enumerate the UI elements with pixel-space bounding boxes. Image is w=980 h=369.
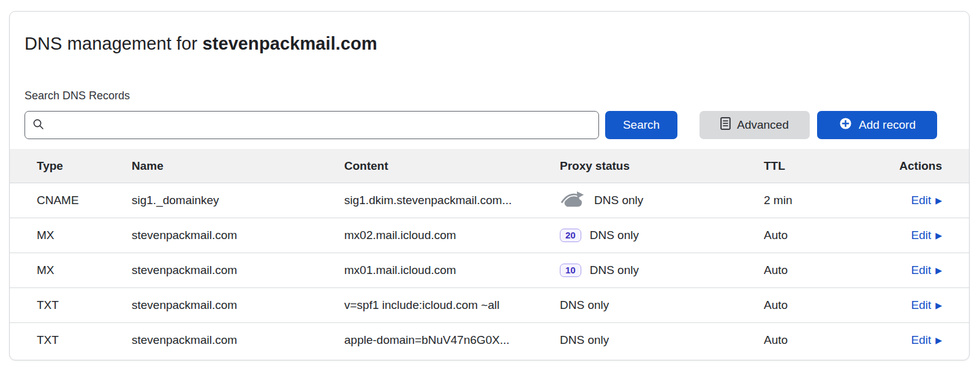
edit-link-label: Edit xyxy=(911,299,931,312)
cell-ttl: 2 min xyxy=(764,194,862,207)
mx-priority-badge: 20 xyxy=(560,229,581,242)
table-row-mx-02: MX stevenpackmail.com mx02.mail.icloud.c… xyxy=(10,218,969,253)
edit-link[interactable]: Edit▶ xyxy=(911,194,942,207)
column-header-proxy-status: Proxy status xyxy=(560,159,764,173)
edit-arrow-icon: ▶ xyxy=(935,336,942,344)
search-button-label: Search xyxy=(623,118,660,132)
search-button[interactable]: Search xyxy=(605,111,677,139)
cell-name: stevenpackmail.com xyxy=(132,264,344,277)
proxy-status-text: DNS only xyxy=(590,264,639,277)
table-header-row: Type Name Content Proxy status TTL Actio… xyxy=(10,149,969,183)
table-row-txt-spf: TXT stevenpackmail.com v=spf1 include:ic… xyxy=(10,287,969,322)
edit-arrow-icon: ▶ xyxy=(935,231,942,240)
proxy-status-text: DNS only xyxy=(560,299,609,312)
dns-only-cloud-icon xyxy=(560,190,586,211)
proxy-status-text: DNS only xyxy=(590,229,639,242)
edit-link[interactable]: Edit▶ xyxy=(911,299,942,312)
edit-link-label: Edit xyxy=(911,264,931,277)
cell-type: TXT xyxy=(37,333,132,347)
edit-arrow-icon: ▶ xyxy=(935,301,942,310)
cell-proxy-status: 10 DNS only xyxy=(560,264,764,277)
proxy-status-text: DNS only xyxy=(560,333,609,347)
proxy-status-text: DNS only xyxy=(594,194,643,207)
edit-link-label: Edit xyxy=(911,229,931,242)
column-header-content: Content xyxy=(344,159,560,173)
mx-priority-badge: 10 xyxy=(560,264,581,277)
advanced-button[interactable]: Advanced xyxy=(699,111,810,139)
cell-proxy-status: DNS only xyxy=(560,190,764,211)
card-header-area: DNS management for stevenpackmail.com Se… xyxy=(10,12,969,139)
search-icon xyxy=(32,118,44,132)
cell-proxy-status: DNS only xyxy=(560,299,764,312)
dns-records-table: Type Name Content Proxy status TTL Actio… xyxy=(10,149,969,357)
edit-link[interactable]: Edit▶ xyxy=(911,333,942,347)
search-box[interactable] xyxy=(24,111,599,139)
cell-content: mx02.mail.icloud.com xyxy=(344,229,560,242)
list-document-icon xyxy=(720,117,731,133)
table-row-mx-01: MX stevenpackmail.com mx01.mail.icloud.c… xyxy=(10,253,969,287)
column-header-type: Type xyxy=(37,159,132,173)
cell-ttl: Auto xyxy=(764,299,862,312)
advanced-button-label: Advanced xyxy=(737,118,789,132)
edit-arrow-icon: ▶ xyxy=(935,196,942,205)
cell-content: apple-domain=bNuV47n6G0X... xyxy=(344,333,560,347)
search-controls-row: Search Advanced xyxy=(24,111,937,139)
table-row-txt-apple-domain: TXT stevenpackmail.com apple-domain=bNuV… xyxy=(10,322,969,357)
cell-ttl: Auto xyxy=(764,229,862,242)
page-title: DNS management for stevenpackmail.com xyxy=(24,34,937,53)
cell-type: TXT xyxy=(37,299,132,312)
search-input[interactable] xyxy=(49,112,591,139)
column-header-ttl: TTL xyxy=(764,159,862,173)
cell-content: v=spf1 include:icloud.com ~all xyxy=(344,299,560,312)
cell-content: sig1.dkim.stevenpackmail.com... xyxy=(344,194,560,207)
add-record-button-label: Add record xyxy=(859,118,916,132)
add-record-button[interactable]: Add record xyxy=(817,111,937,139)
cell-type: CNAME xyxy=(37,194,132,207)
column-header-name: Name xyxy=(132,159,344,173)
cell-name: stevenpackmail.com xyxy=(132,299,344,312)
domain-name: stevenpackmail.com xyxy=(202,34,377,53)
edit-link[interactable]: Edit▶ xyxy=(911,229,942,242)
cell-type: MX xyxy=(37,264,132,277)
table-row-cname-sig1: CNAME sig1._domainkey sig1.dkim.stevenpa… xyxy=(10,183,969,218)
page-title-prefix: DNS management for xyxy=(24,34,202,53)
cell-name: stevenpackmail.com xyxy=(132,229,344,242)
edit-link-label: Edit xyxy=(911,333,931,347)
cell-ttl: Auto xyxy=(764,264,862,277)
column-header-actions: Actions xyxy=(862,159,942,173)
edit-arrow-icon: ▶ xyxy=(935,266,942,275)
cell-name: stevenpackmail.com xyxy=(132,333,344,347)
plus-circle-icon xyxy=(839,116,853,134)
edit-link[interactable]: Edit▶ xyxy=(911,264,942,277)
cell-proxy-status: 20 DNS only xyxy=(560,229,764,242)
dns-management-card: DNS management for stevenpackmail.com Se… xyxy=(9,11,970,360)
cell-proxy-status: DNS only xyxy=(560,333,764,347)
edit-link-label: Edit xyxy=(911,194,931,207)
cell-content: mx01.mail.icloud.com xyxy=(344,264,560,277)
cell-type: MX xyxy=(37,229,132,242)
search-label: Search DNS Records xyxy=(24,89,937,102)
cell-ttl: Auto xyxy=(764,333,862,347)
cell-name: sig1._domainkey xyxy=(132,194,344,207)
